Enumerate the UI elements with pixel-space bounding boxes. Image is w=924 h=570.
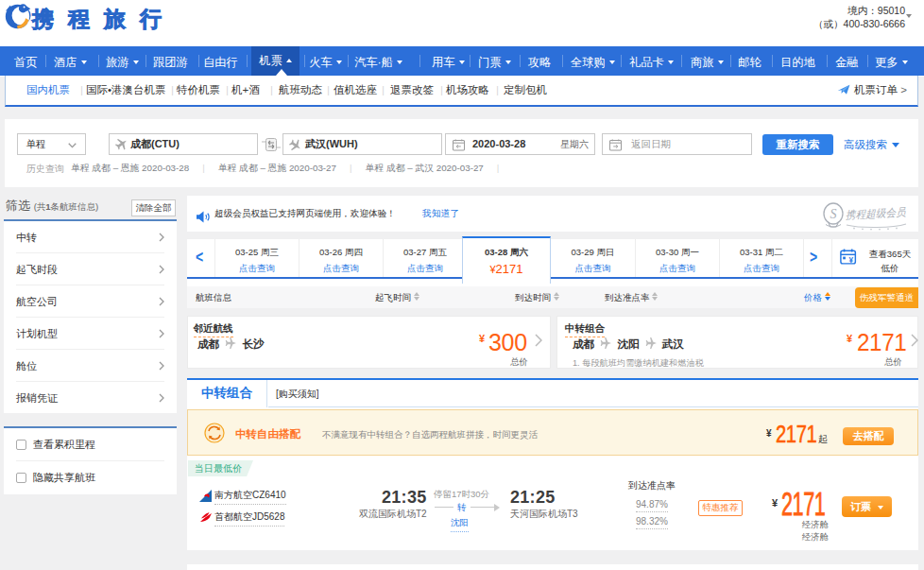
svg-text:S: S	[830, 207, 837, 221]
svg-text:携程超级会员: 携程超级会员	[845, 206, 906, 220]
svg-text:¥: ¥	[849, 256, 854, 265]
